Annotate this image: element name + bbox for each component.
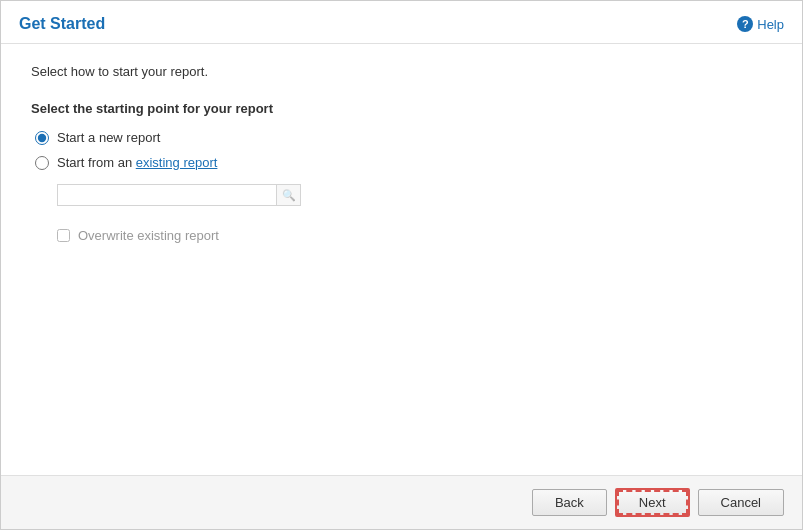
radio-existing-report-input[interactable] — [35, 156, 49, 170]
page-container: Get Started ? Help Select how to start y… — [0, 0, 803, 530]
help-icon: ? — [737, 16, 753, 32]
section-label: Select the starting point for your repor… — [31, 101, 772, 116]
overwrite-checkbox[interactable] — [57, 229, 70, 242]
subtitle-text: Select how to start your report. — [31, 64, 772, 79]
back-button[interactable]: Back — [532, 489, 607, 516]
browse-button[interactable]: 🔍 — [277, 184, 301, 206]
header: Get Started ? Help — [1, 1, 802, 44]
overwrite-row: Overwrite existing report — [57, 228, 772, 243]
radio-existing-report-label: Start from an existing report — [57, 155, 217, 170]
next-button[interactable]: Next — [615, 488, 690, 517]
existing-report-row: 🔍 — [57, 184, 772, 206]
existing-report-link[interactable]: existing report — [136, 155, 218, 170]
radio-existing-report[interactable]: Start from an existing report — [35, 155, 772, 170]
radio-new-report[interactable]: Start a new report — [35, 130, 772, 145]
radio-group: Start a new report Start from an existin… — [35, 130, 772, 243]
content-area: Select how to start your report. Select … — [1, 44, 802, 475]
radio-new-report-input[interactable] — [35, 131, 49, 145]
radio-existing-prefix: Start from an — [57, 155, 136, 170]
footer: Back Next Cancel — [1, 475, 802, 529]
report-path-input[interactable] — [57, 184, 277, 206]
overwrite-label: Overwrite existing report — [78, 228, 219, 243]
help-label: Help — [757, 17, 784, 32]
page-title: Get Started — [19, 15, 105, 33]
help-link[interactable]: ? Help — [737, 16, 784, 32]
radio-new-report-label: Start a new report — [57, 130, 160, 145]
browse-icon: 🔍 — [282, 189, 296, 202]
cancel-button[interactable]: Cancel — [698, 489, 784, 516]
